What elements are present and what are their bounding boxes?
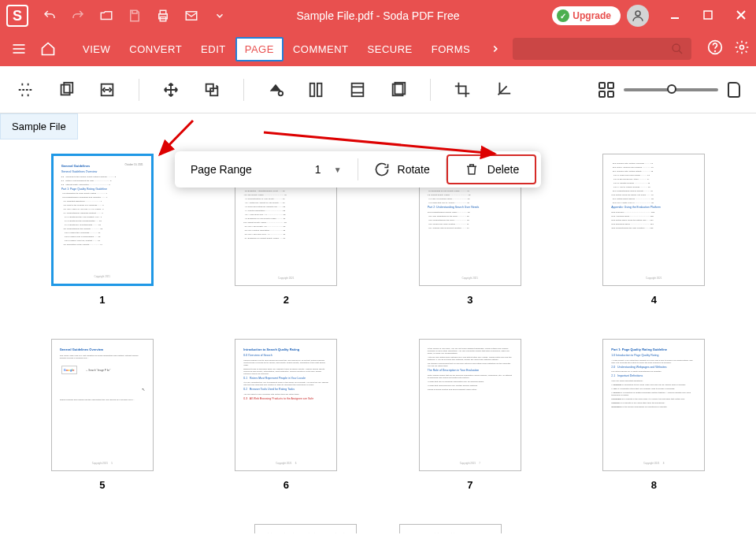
tab-view[interactable]: VIEW <box>73 37 120 61</box>
svg-point-16 <box>740 46 744 50</box>
page-number-icon[interactable] <box>389 80 408 99</box>
thumb-label: 4 <box>651 294 657 306</box>
margins-icon[interactable] <box>307 80 326 99</box>
thumb-sub: The Role of Description in Your Evaluati… <box>428 369 513 373</box>
trash-icon <box>464 162 480 177</box>
save-icon[interactable] <box>128 9 142 23</box>
thumb-label: 1 <box>99 294 105 306</box>
svg-rect-25 <box>352 83 364 96</box>
document-tabs: Sample File <box>0 113 756 139</box>
svg-rect-1 <box>160 10 166 14</box>
open-icon[interactable] <box>99 9 113 23</box>
thumb-label: 3 <box>467 294 472 306</box>
page-thumbnail-9[interactable]: Important: homepage of the website may b… <box>254 524 357 533</box>
page-thumbnail-8[interactable]: Part 1: Page Quality Rating Guideline 1.… <box>584 339 725 491</box>
help-icon[interactable] <box>707 39 723 58</box>
tab-page[interactable]: PAGE <box>235 37 284 61</box>
settings-icon[interactable] <box>734 39 750 58</box>
window-controls <box>666 6 750 26</box>
page-thumbnail-5[interactable]: General Guidelines Overview The World Wi… <box>32 339 173 491</box>
page-toolbar <box>0 66 756 113</box>
crop-icon[interactable] <box>453 80 472 99</box>
move-icon[interactable] <box>161 80 180 99</box>
svg-point-15 <box>715 51 716 52</box>
home-icon[interactable] <box>36 41 61 57</box>
header-footer-icon[interactable] <box>348 80 367 99</box>
search-box[interactable] <box>513 38 691 60</box>
extract-icon[interactable] <box>57 80 76 99</box>
background-icon[interactable] <box>266 80 285 99</box>
title-bar: S Sample File.pdf - Soda PDF Free ✓ Upgr… <box>0 0 756 32</box>
resize-icon[interactable] <box>98 80 117 99</box>
thumb-date: October 19, 2021 <box>125 164 143 167</box>
svg-point-22 <box>279 91 284 95</box>
thumb-label: 8 <box>651 479 657 491</box>
thumbnail-view-icon[interactable] <box>598 82 614 98</box>
svg-line-13 <box>679 50 682 54</box>
search-icon <box>671 43 684 55</box>
app-logo[interactable]: S <box>6 5 28 27</box>
upgrade-button[interactable]: ✓ Upgrade <box>552 6 621 25</box>
document-tab[interactable]: Sample File <box>0 113 78 139</box>
page-thumbnail-7[interactable]: In the course of your work, you will vis… <box>399 339 541 491</box>
delete-label: Delete <box>487 163 519 176</box>
split-icon[interactable] <box>16 80 35 99</box>
separator <box>139 79 139 101</box>
svg-point-4 <box>636 11 640 16</box>
hamburger-icon[interactable] <box>6 41 32 57</box>
mail-icon[interactable] <box>184 9 198 23</box>
qat-more-icon[interactable] <box>213 9 227 23</box>
zoom-slider[interactable] <box>624 88 718 91</box>
page-view-icon[interactable] <box>728 82 740 98</box>
close-button[interactable] <box>732 6 750 26</box>
tab-secure[interactable]: SECURE <box>358 37 422 61</box>
page-thumbnail-1[interactable]: General Guidelines October 19, 2021 Gene… <box>32 154 173 306</box>
deskew-icon[interactable] <box>494 80 513 99</box>
tabs-overflow-icon[interactable] <box>483 37 508 61</box>
page-range-label: Page Range <box>191 163 252 176</box>
rotate-tool-icon[interactable] <box>202 80 221 99</box>
thumb-sub: 0.0 Overview of Search <box>243 354 328 358</box>
thumb-title: General Guidelines Overview <box>60 347 145 351</box>
user-account-button[interactable] <box>627 5 649 27</box>
tab-edit[interactable]: EDIT <box>191 37 235 61</box>
quick-access-toolbar <box>43 9 227 23</box>
separator <box>430 79 431 101</box>
upgrade-label: Upgrade <box>573 10 611 21</box>
thumb-label: 5 <box>99 479 105 491</box>
svg-rect-6 <box>704 11 712 19</box>
undo-icon[interactable] <box>43 9 57 23</box>
page-actions-popover: Page Range 1 ▼ Rotate Delete <box>175 151 541 188</box>
page-range-value: 1 <box>315 163 321 176</box>
page-range-section: Page Range 1 ▼ <box>175 151 358 188</box>
thumb-label: 7 <box>467 479 472 491</box>
thumb-label: 6 <box>284 479 289 491</box>
separator <box>243 79 244 101</box>
svg-rect-23 <box>310 83 315 96</box>
thumb-section: General Guidelines Overview <box>61 170 143 174</box>
minimize-button[interactable] <box>666 6 684 26</box>
thumb-label: 2 <box>284 294 289 306</box>
svg-point-12 <box>673 44 680 51</box>
print-icon[interactable] <box>156 9 170 23</box>
rotate-icon <box>374 162 390 177</box>
thumbnail-grid-area: General Guidelines October 19, 2021 Gene… <box>0 139 756 533</box>
maximize-button[interactable] <box>699 6 717 26</box>
tab-forms[interactable]: FORMS <box>422 37 480 61</box>
main-tabs: VIEW CONVERT EDIT PAGE COMMENT SECURE FO… <box>73 37 508 61</box>
zoom-slider-thumb[interactable] <box>667 84 676 94</box>
delete-button[interactable]: Delete <box>447 154 536 184</box>
tab-comment[interactable]: COMMENT <box>284 37 358 61</box>
chevron-down-icon[interactable]: ▼ <box>334 165 342 174</box>
window-title: Sample File.pdf - Soda PDF Free <box>297 9 460 22</box>
page-thumbnail-6[interactable]: Introduction to Search Quality Rating 0.… <box>216 339 358 491</box>
page-thumbnail-10[interactable]: The following are examples of the types … <box>399 524 502 533</box>
rotate-button[interactable]: Rotate <box>358 151 446 188</box>
menu-bar: VIEW CONVERT EDIT PAGE COMMENT SECURE FO… <box>0 32 756 66</box>
title-bar-right: ✓ Upgrade <box>552 5 750 27</box>
tab-convert[interactable]: CONVERT <box>120 37 191 61</box>
rotate-label: Rotate <box>398 163 430 176</box>
zoom-controls <box>598 82 740 98</box>
redo-icon[interactable] <box>71 9 85 23</box>
page-thumbnail-4[interactable]: 12.5 Queries with Multiple Meanings ....… <box>584 154 725 306</box>
